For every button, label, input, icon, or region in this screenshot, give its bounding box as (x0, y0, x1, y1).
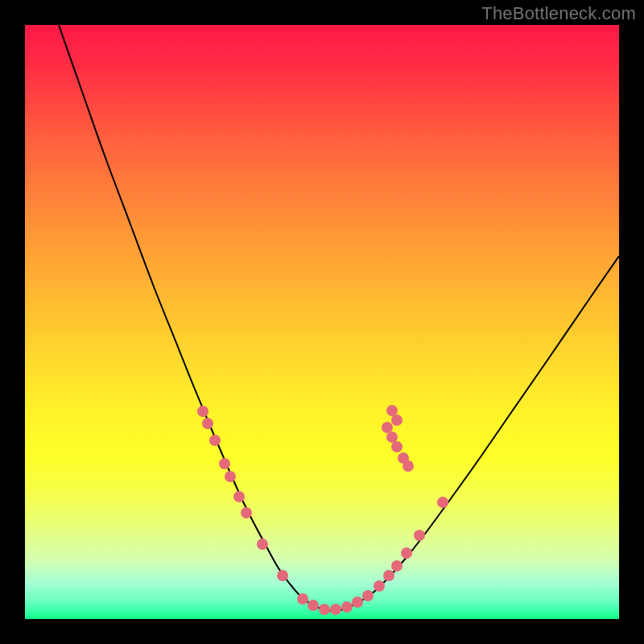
marker-dot (391, 560, 402, 572)
marker-dot (341, 601, 353, 613)
marker-dot (362, 590, 374, 601)
marker-dot (352, 597, 363, 608)
plot-area (25, 25, 619, 619)
marker-dot (414, 530, 425, 541)
marker-dot (391, 441, 402, 452)
marker-dot (225, 471, 236, 482)
marker-group (197, 405, 448, 615)
marker-dot (319, 604, 330, 615)
marker-dot (330, 604, 341, 615)
marker-dot (241, 507, 252, 518)
curve-path (59, 25, 619, 611)
marker-dot (383, 570, 394, 581)
marker-dot (297, 593, 308, 605)
marker-dot (386, 405, 398, 416)
chart-svg (25, 25, 619, 619)
marker-dot (308, 600, 319, 611)
watermark-text: TheBottleneck.com (481, 3, 636, 24)
marker-dot (391, 415, 402, 426)
marker-dot (437, 497, 448, 508)
marker-dot (402, 460, 414, 472)
marker-dot (219, 458, 230, 469)
marker-dot (233, 491, 245, 502)
marker-dot (277, 570, 288, 581)
marker-dot (202, 418, 213, 429)
marker-dot (257, 539, 268, 550)
marker-dot (382, 422, 393, 433)
marker-dot (197, 406, 208, 417)
marker-dot (374, 580, 385, 592)
marker-dot (386, 431, 398, 443)
marker-dot (209, 435, 221, 446)
marker-dot (401, 547, 412, 559)
